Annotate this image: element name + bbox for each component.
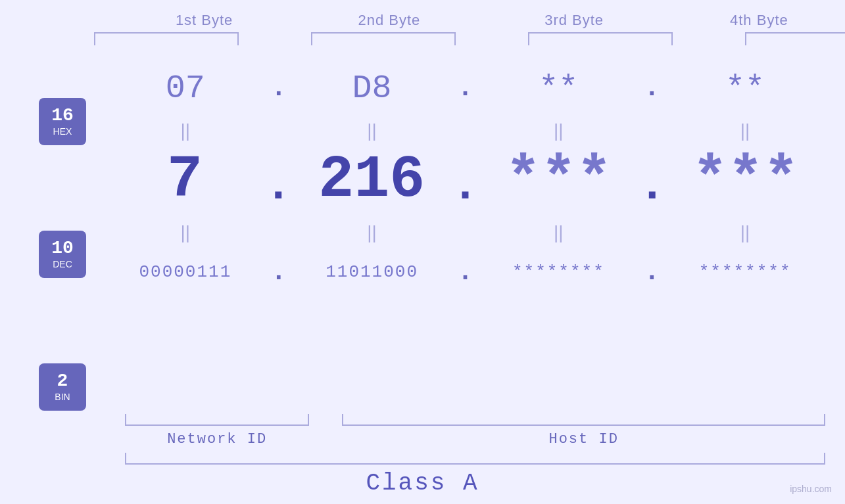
dec-byte1: 7	[105, 150, 264, 210]
equals-row-2: || || || ||	[105, 219, 825, 246]
hex-byte2: D8	[292, 70, 452, 107]
dec-dot2: .	[451, 164, 479, 210]
class-bracket	[125, 453, 825, 465]
data-rows: 07 . D8 . ** . ** ||	[105, 52, 845, 298]
bin-badge-num: 2	[57, 372, 68, 390]
equals-2-b2: ||	[367, 222, 377, 243]
byte4-header: 4th Byte	[673, 12, 845, 29]
bracket-byte1	[94, 32, 239, 45]
hex-badge: 16 HEX	[39, 98, 86, 145]
equals-1-b4: ||	[740, 120, 750, 141]
bin-byte3: ********	[479, 262, 639, 282]
main-area: 16 HEX 10 DEC 2 BIN 07 .	[0, 52, 845, 411]
host-id-label: Host ID	[342, 431, 825, 447]
bracket-byte2	[311, 32, 456, 45]
bracket-host-id	[342, 414, 825, 426]
dec-badge-num: 10	[51, 239, 74, 258]
bin-badge-label: BIN	[55, 392, 70, 402]
dec-dot1: .	[264, 164, 292, 210]
dec-byte3: ***	[479, 150, 639, 210]
bin-byte4: ********	[665, 262, 825, 282]
main-container: 1st Byte 2nd Byte 3rd Byte 4th Byte 16 H…	[0, 0, 845, 504]
bottom-brackets	[105, 414, 825, 426]
byte-headers: 1st Byte 2nd Byte 3rd Byte 4th Byte	[0, 0, 845, 29]
hex-badge-label: HEX	[53, 126, 72, 137]
equals-2-b4: ||	[740, 222, 750, 243]
class-bracket-row	[0, 453, 845, 465]
hex-dot3: .	[639, 74, 665, 103]
dec-badge: 10 DEC	[39, 231, 86, 278]
bin-dot3: .	[639, 258, 665, 287]
network-id-label: Network ID	[125, 431, 309, 447]
hex-dot2: .	[452, 74, 479, 103]
bin-byte1: 00000111	[105, 262, 266, 282]
dec-dot3: .	[639, 164, 666, 210]
class-label: Class A	[366, 470, 479, 497]
bracket-byte4	[745, 32, 846, 45]
hex-byte4: **	[665, 70, 825, 107]
dec-badge-label: DEC	[53, 259, 72, 269]
top-brackets	[0, 32, 845, 45]
equals-2-b3: ||	[554, 222, 564, 243]
bracket-network-id	[125, 414, 309, 426]
byte1-header: 1st Byte	[118, 12, 290, 29]
equals-2-b1: ||	[181, 222, 191, 243]
equals-1-b1: ||	[181, 120, 191, 141]
class-label-row: Class A	[366, 470, 479, 497]
bottom-section: Network ID Host ID	[0, 414, 845, 447]
dec-row: 7 . 216 . *** . ***	[105, 144, 825, 216]
byte3-header: 3rd Byte	[489, 12, 660, 29]
hex-badge-num: 16	[51, 106, 74, 125]
equals-1-b3: ||	[554, 120, 564, 141]
bracket-byte3	[528, 32, 673, 45]
bin-byte2: 11011000	[292, 262, 452, 282]
bottom-labels: Network ID Host ID	[105, 431, 825, 447]
bin-badge: 2 BIN	[39, 363, 86, 411]
dec-byte2: 216	[292, 150, 451, 210]
hex-dot1: .	[266, 74, 292, 103]
equals-row-1: || || || ||	[105, 118, 825, 144]
badges-column: 16 HEX 10 DEC 2 BIN	[0, 52, 105, 411]
bin-dot2: .	[452, 258, 479, 287]
hex-row: 07 . D8 . ** . **	[105, 58, 825, 118]
byte2-header: 2nd Byte	[303, 12, 475, 29]
watermark: ipshu.com	[790, 484, 832, 494]
hex-byte3: **	[479, 70, 639, 107]
bin-dot1: .	[266, 258, 292, 287]
hex-byte1: 07	[105, 70, 266, 107]
equals-1-b2: ||	[367, 120, 377, 141]
dec-byte4: ***	[666, 150, 825, 210]
bin-row: 00000111 . 11011000 . ******** . *******…	[105, 246, 825, 298]
